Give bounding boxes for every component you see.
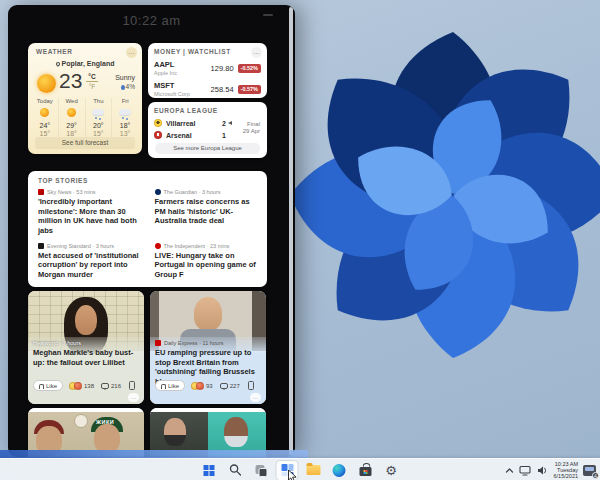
match-status: Final: [243, 121, 260, 127]
forecast-day[interactable]: Thu 20° 15°: [85, 98, 112, 137]
edge-icon: [333, 464, 346, 477]
like-button[interactable]: Like: [33, 380, 63, 391]
see-more-europa-league-button[interactable]: See more Europa League: [155, 143, 260, 154]
thumbs-up-icon: [161, 384, 166, 389]
forecast-day[interactable]: Today 24° 15°: [32, 98, 58, 137]
system-tray: 10:23 AM Tuesday 6/15/2021 4: [505, 459, 596, 480]
sports-title: EUROPA LEAGUE: [154, 107, 261, 114]
money-watchlist-widget[interactable]: MONEY | WATCHLIST … AAPL Apple Inc 129.8…: [148, 43, 267, 98]
guardian-logo-icon: [155, 189, 161, 195]
match-date: 29 Apr: [243, 128, 260, 134]
top-stories-title: TOP STORIES: [38, 177, 257, 184]
widgets-button[interactable]: [279, 462, 296, 479]
celsius-label[interactable]: °C: [86, 73, 98, 82]
money-more-button[interactable]: …: [251, 47, 262, 58]
story-item[interactable]: Evening Standard · 3 hours Met accused o…: [38, 243, 141, 281]
top-stories-widget[interactable]: TOP STORIES Sky News · 53 mins 'Incredib…: [28, 171, 267, 287]
forecast-day[interactable]: Fri 18° 13°: [111, 98, 138, 137]
save-for-later-icon[interactable]: [129, 381, 135, 390]
weather-condition: Sunny 4%: [115, 74, 135, 90]
sun-showers-icon: [92, 109, 104, 116]
stock-price: 258.54: [211, 85, 234, 94]
comment-count: 216: [111, 383, 121, 389]
unit-toggle[interactable]: °C °F: [86, 73, 98, 90]
volume-icon[interactable]: [537, 465, 549, 476]
money-title: MONEY | WATCHLIST: [154, 48, 261, 55]
tray-chevron-icon[interactable]: [505, 467, 514, 474]
comments-icon[interactable]: [220, 383, 228, 389]
showers-icon: [119, 109, 131, 116]
reaction-emojis-icon[interactable]: [69, 382, 82, 390]
tray-date: 6/15/2021: [554, 473, 578, 479]
weather-widget[interactable]: WEATHER … Poplar, England 23 °C °F Sunny…: [28, 43, 142, 154]
store-button[interactable]: [357, 462, 374, 479]
search-button[interactable]: [227, 462, 244, 479]
story-item[interactable]: The Guardian · 3 hours Farmers raise con…: [155, 189, 258, 237]
team-name: Villarreal: [166, 120, 222, 127]
cap-text: ЖИКИ: [96, 419, 114, 425]
forecast-day[interactable]: Wed 29° 18°: [58, 98, 85, 137]
stock-change-badge: -0.52%: [238, 64, 261, 73]
weather-title: WEATHER: [36, 48, 73, 55]
stock-symbol: MSFT: [154, 81, 211, 90]
europa-league-widget[interactable]: EUROPA LEAGUE Villarreal 2 Arsenal 1 Fin…: [148, 102, 267, 158]
folder-icon: [306, 465, 320, 475]
article-more-button[interactable]: …: [250, 393, 261, 402]
panel-drag-indicator: [263, 14, 273, 16]
network-icon[interactable]: [519, 465, 532, 476]
like-button[interactable]: Like: [155, 380, 185, 391]
match-team-row: Arsenal 1: [154, 129, 232, 141]
sunny-icon: [40, 108, 49, 117]
reaction-count: 138: [84, 383, 94, 389]
daily-express-logo-icon: [155, 340, 161, 346]
store-bag-icon: [359, 467, 371, 476]
panel-scrollbar[interactable]: [289, 7, 293, 455]
forecast-grid: Today 24° 15° Wed 29° 18° Thu 20° 15°: [32, 98, 138, 137]
desktop: 10:22 am WEATHER … Poplar, England 23 °C…: [0, 0, 600, 480]
team-name: Arsenal: [166, 132, 222, 139]
reaction-emojis-icon[interactable]: [191, 382, 204, 390]
settings-button[interactable]: ⚙: [383, 462, 400, 479]
independent-logo-icon: [155, 243, 161, 249]
start-button[interactable]: [201, 462, 218, 479]
sky-news-logo-icon: [38, 189, 44, 195]
taskbar: ⚙ 10:23 AM Tuesday 6/15/2021 4: [0, 458, 600, 480]
team-score: 2: [222, 120, 226, 127]
comments-icon[interactable]: [101, 383, 109, 389]
story-headline: 'Incredibly important milestone': More t…: [38, 197, 141, 235]
stock-row[interactable]: AAPL Apple Inc 129.80 -0.52%: [154, 60, 261, 76]
mouse-cursor: [288, 470, 298, 480]
weather-more-button[interactable]: …: [126, 47, 137, 58]
story-item[interactable]: Sky News · 53 mins 'Incredibly important…: [38, 189, 141, 237]
article-source: Daily Express · 11 hours: [155, 340, 261, 346]
notification-center-icon[interactable]: 4: [583, 465, 596, 476]
thumbs-up-icon: [39, 384, 44, 389]
comment-count: 227: [230, 383, 240, 389]
edge-button[interactable]: [331, 462, 348, 479]
stock-company: Microsoft Corp: [154, 91, 211, 97]
story-headline: LIVE: Hungary take on Portugal in openin…: [155, 251, 258, 280]
task-view-button[interactable]: [253, 462, 270, 479]
tray-clock[interactable]: 10:23 AM Tuesday 6/15/2021: [554, 461, 578, 479]
wallpaper-bloom: [288, 0, 600, 456]
article-photo-figure: [194, 297, 222, 331]
news-card-brexit[interactable]: Daily Express · 11 hours EU ramping pres…: [150, 291, 266, 404]
evening-standard-logo-icon: [38, 243, 44, 249]
sunny-icon: [67, 108, 76, 117]
see-full-forecast-button[interactable]: See full forecast: [35, 137, 135, 149]
article-headline: Meghan Markle's baby bust-up: the fallou…: [33, 348, 139, 367]
stock-row[interactable]: MSFT Microsoft Corp 258.54 -0.57%: [154, 81, 261, 97]
arsenal-crest-icon: [154, 131, 162, 139]
stock-symbol: AAPL: [154, 60, 211, 69]
winner-indicator-icon: [228, 121, 232, 125]
sunny-icon: [37, 74, 56, 93]
fahrenheit-label[interactable]: °F: [86, 83, 98, 90]
story-item[interactable]: The Independent · 23 mins LIVE: Hungary …: [155, 243, 258, 281]
gear-icon: ⚙: [385, 464, 397, 477]
reaction-count: 93: [206, 383, 213, 389]
news-card-meghan[interactable]: Heatworld · 7 hours Meghan Markle's baby…: [28, 291, 144, 404]
save-for-later-icon[interactable]: [248, 381, 254, 390]
location-pin-icon: [55, 61, 61, 67]
article-more-button[interactable]: …: [128, 393, 139, 402]
file-explorer-button[interactable]: [305, 462, 322, 479]
